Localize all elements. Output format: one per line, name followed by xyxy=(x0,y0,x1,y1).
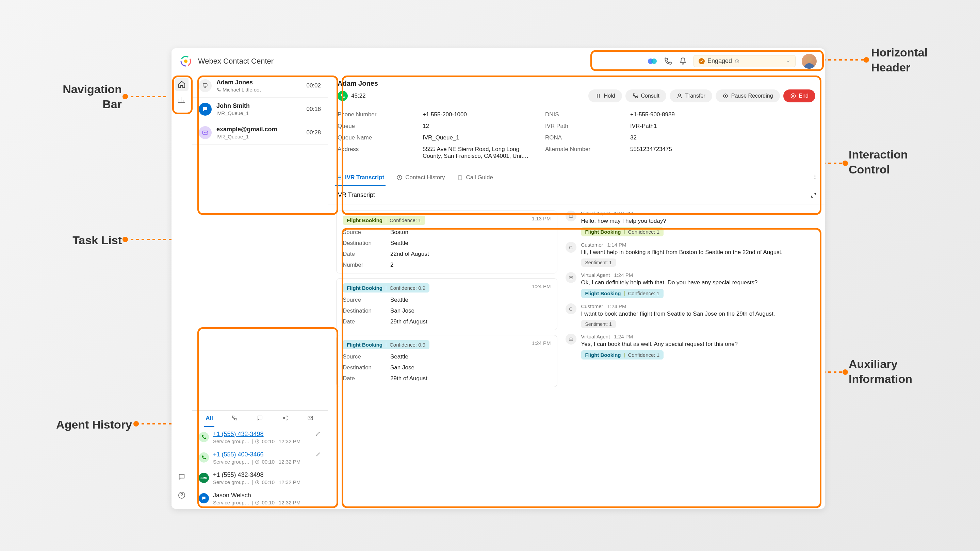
conversation-message: C Customer1:24 PM I want to book another… xyxy=(566,303,817,328)
annotation-interaction: Interaction Control xyxy=(849,147,908,177)
agent-status-dropdown[interactable]: Engaged xyxy=(694,55,795,67)
history-item[interactable]: Jason Welsch Service group…| 00:1012:32 … xyxy=(192,488,328,509)
clock-icon xyxy=(255,500,259,505)
expand-icon[interactable] xyxy=(811,192,817,198)
sentiment-pill: Sentiment: 1 xyxy=(581,320,616,328)
aux-tab-call-guide[interactable]: Call Guide xyxy=(456,169,494,186)
aux-tab-contact-history[interactable]: Contact History xyxy=(395,169,446,186)
svg-rect-27 xyxy=(569,214,573,218)
nav-help[interactable] xyxy=(175,488,189,502)
task-item[interactable]: John Smith IVR_Queue_1 00:18 xyxy=(192,98,328,121)
history-tab-call[interactable] xyxy=(222,411,247,427)
message-text: Ok, I can definitely help with that. Do … xyxy=(581,279,817,286)
history-item[interactable]: SMS +1 (555) 432-3498 Service group…| 00… xyxy=(192,468,328,488)
task-item[interactable]: example@gmail.com IVR_Queue_1 00:28 xyxy=(192,121,328,144)
pencil-icon[interactable] xyxy=(315,431,321,437)
card-field-label: Number xyxy=(343,262,390,268)
list-icon xyxy=(336,175,342,181)
chat-bubble-icon xyxy=(178,473,185,481)
sentiment-pill: Sentiment: 1 xyxy=(581,259,616,267)
message-time: 1:24 PM xyxy=(614,272,633,278)
cad-value: +1-555-900-8989 xyxy=(630,111,815,118)
svg-point-5 xyxy=(651,59,657,64)
app-logo-icon xyxy=(180,55,192,67)
card-field-value: 29th of August xyxy=(390,318,427,325)
message-time: 1:24 PM xyxy=(608,303,627,309)
aux-tab-ivr[interactable]: IVR Transcript xyxy=(335,169,385,186)
card-field-value: San Jose xyxy=(390,308,414,314)
card-field-label: Date xyxy=(343,375,390,382)
svg-rect-14 xyxy=(308,416,313,420)
message-role: Customer xyxy=(581,303,603,309)
nav-rail xyxy=(172,74,192,509)
svg-point-31 xyxy=(570,277,571,278)
history-meta: Service group…| 00:1012:32 PM xyxy=(213,438,321,444)
message-role: Customer xyxy=(581,242,603,248)
history-meta: Service group…| 00:1012:32 PM xyxy=(213,500,321,505)
message-avatar xyxy=(566,272,576,283)
intent-name: Flight Booking xyxy=(347,342,382,348)
pencil-icon[interactable] xyxy=(315,451,321,457)
history-meta: Service group…| 00:1012:32 PM xyxy=(213,479,321,485)
task-sub: Michael Littlefoot xyxy=(216,87,301,92)
card-field-label: Date xyxy=(343,318,390,325)
card-field-label: Destination xyxy=(343,364,390,371)
bell-icon[interactable] xyxy=(679,57,687,66)
user-avatar[interactable] xyxy=(802,54,817,69)
history-title[interactable]: +1 (555) 400-3466 xyxy=(213,451,264,458)
task-item[interactable]: Adam Jones Michael Littlefoot 00:02 xyxy=(192,74,328,98)
help-icon xyxy=(178,491,185,499)
history-title: Jason Welsch xyxy=(213,492,251,499)
main-area: Adam Jones 45:22 Hold Consult Transfer P… xyxy=(328,74,825,509)
annotation-aux: Auxiliary Information xyxy=(849,356,912,386)
consult-button[interactable]: Consult xyxy=(625,89,666,102)
card-time: 1:13 PM xyxy=(532,216,551,221)
panel-title: IVR Transcript xyxy=(336,192,375,198)
call-connected-icon xyxy=(337,91,348,101)
history-tab-chat[interactable] xyxy=(247,411,272,427)
task-sub: IVR_Queue_1 xyxy=(216,110,301,116)
history-type-icon xyxy=(199,493,209,503)
cad-label: RONA xyxy=(545,134,630,141)
task-name: Adam Jones xyxy=(216,79,301,86)
clock-icon xyxy=(255,439,259,444)
cad-label: IVR Path xyxy=(545,123,630,130)
message-time: 1:14 PM xyxy=(608,242,627,248)
app-window: Webex Contact Center Engaged xyxy=(172,48,825,509)
aux-more-menu[interactable] xyxy=(812,174,818,181)
nav-home[interactable] xyxy=(175,78,189,91)
agent-history-panel: All +1 (555) 432-3498 Service group…| 00… xyxy=(192,410,328,509)
history-item[interactable]: +1 (555) 400-3466 Service group…| 00:101… xyxy=(192,448,328,468)
cad-value: 5555 Ave NE Sierra Road, Long Long Count… xyxy=(423,146,545,159)
history-tab-all[interactable]: All xyxy=(197,411,222,427)
card-field-label: Destination xyxy=(343,308,390,314)
cad-value: +1 555-200-1000 xyxy=(423,111,545,118)
nav-analytics[interactable] xyxy=(175,93,189,107)
hold-button[interactable]: Hold xyxy=(588,89,622,102)
history-type-icon xyxy=(199,432,209,442)
intent-confidence: Confidence: 0.9 xyxy=(390,342,425,348)
history-tab-social[interactable] xyxy=(272,411,298,427)
consult-icon xyxy=(632,93,638,99)
cad-label: Phone Number xyxy=(337,111,423,118)
message-role: Virtual Agent xyxy=(581,211,610,216)
webex-icon[interactable] xyxy=(647,56,657,66)
card-time: 1:24 PM xyxy=(532,283,551,289)
history-tab-email[interactable] xyxy=(298,411,323,427)
svg-rect-9 xyxy=(203,83,207,86)
dialer-icon[interactable] xyxy=(663,57,672,66)
history-item[interactable]: +1 (555) 432-3498 Service group…| 00:101… xyxy=(192,427,328,448)
transfer-icon xyxy=(676,93,682,99)
transfer-button[interactable]: Transfer xyxy=(670,89,712,102)
call-timer: 45:22 xyxy=(351,92,366,99)
card-field-value: 2 xyxy=(390,262,393,268)
intent-pill: Flight BookingConfidence: 1 xyxy=(581,289,664,298)
end-button[interactable]: End xyxy=(783,89,815,102)
task-name: John Smith xyxy=(216,102,301,110)
pause-recording-button[interactable]: Pause Recording xyxy=(716,89,780,102)
nav-feedback[interactable] xyxy=(175,470,189,484)
intent-name: Flight Booking xyxy=(347,285,382,291)
conversation-message: Virtual Agent1:24 PM Ok, I can definitel… xyxy=(566,272,817,298)
history-title[interactable]: +1 (555) 432-3498 xyxy=(213,430,264,438)
clock-icon xyxy=(255,459,259,464)
